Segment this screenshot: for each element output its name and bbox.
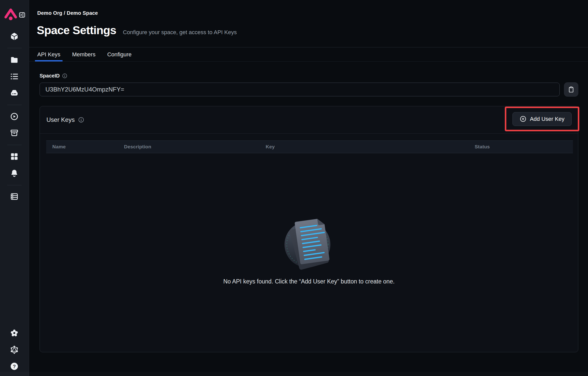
tab-members[interactable]: Members — [72, 47, 95, 61]
info-icon[interactable] — [62, 73, 67, 79]
sidebar-item-drive-icon[interactable] — [10, 88, 19, 97]
keys-table-header: Name Description Key Status — [46, 140, 573, 153]
sidebar-item-notifications-bell-icon[interactable] — [10, 169, 19, 177]
column-key: Key — [266, 144, 475, 150]
main-content: Demo Org / Demo Space Space Settings Con… — [29, 0, 588, 376]
add-user-key-button[interactable]: Add User Key — [512, 112, 572, 126]
column-name: Name — [52, 144, 124, 150]
column-description: Description — [124, 144, 266, 150]
svg-text:?: ? — [13, 364, 16, 369]
sidebar-divider — [7, 145, 22, 145]
app-logo-icon[interactable] — [4, 7, 18, 21]
page-subtitle: Configure your space, get access to API … — [123, 29, 237, 36]
sidebar-item-play-circle-icon[interactable] — [10, 112, 19, 121]
documents-illustration — [281, 215, 336, 270]
page-title: Space Settings — [37, 24, 116, 37]
user-keys-header: User Keys — [40, 106, 578, 134]
highlight-annotation: Add User Key — [505, 107, 579, 131]
space-settings-page: ? Demo Org / Demo Space Space Settings C… — [0, 0, 588, 376]
sidebar-divider — [7, 48, 22, 48]
sidebar: ? — [0, 0, 29, 376]
sidebar-item-archive-icon[interactable] — [10, 128, 19, 137]
user-keys-title: User Keys — [46, 116, 75, 123]
empty-message: No API keys found. Click the “Add User K… — [223, 278, 395, 285]
sidebar-item-list-icon[interactable] — [10, 72, 19, 81]
active-tab-underline — [35, 60, 63, 61]
graphql-icon[interactable] — [10, 345, 19, 354]
breadcrumb[interactable]: Demo Org / Demo Space — [29, 0, 588, 16]
bottom-strip — [0, 372, 588, 376]
user-keys-card: User Keys — [40, 106, 578, 352]
clipboard-icon — [568, 86, 575, 93]
sidebar-expand-icon[interactable] — [18, 11, 26, 19]
tab-configure[interactable]: Configure — [107, 47, 131, 61]
column-status: Status — [475, 144, 573, 150]
tab-api-keys[interactable]: API Keys — [37, 47, 60, 61]
sidebar-divider — [7, 185, 22, 185]
sidebar-divider — [7, 105, 22, 105]
copy-space-id-button[interactable] — [564, 82, 578, 97]
settings-gear-icon[interactable] — [10, 329, 19, 338]
sidebar-item-apps-grid-icon[interactable] — [10, 152, 19, 161]
empty-state: No API keys found. Click the “Add User K… — [40, 215, 578, 285]
sidebar-item-folders-icon[interactable] — [10, 56, 19, 64]
plus-circle-icon — [520, 115, 526, 122]
sidebar-item-datasets-cube-icon[interactable] — [10, 32, 19, 41]
tab-bar: API Keys Members Configure — [29, 47, 588, 62]
info-icon[interactable] — [78, 117, 84, 123]
help-icon[interactable]: ? — [10, 362, 19, 371]
space-id-input[interactable] — [40, 83, 560, 96]
sidebar-item-server-icon[interactable] — [10, 192, 19, 201]
space-id-label: SpaceID — [40, 73, 60, 79]
